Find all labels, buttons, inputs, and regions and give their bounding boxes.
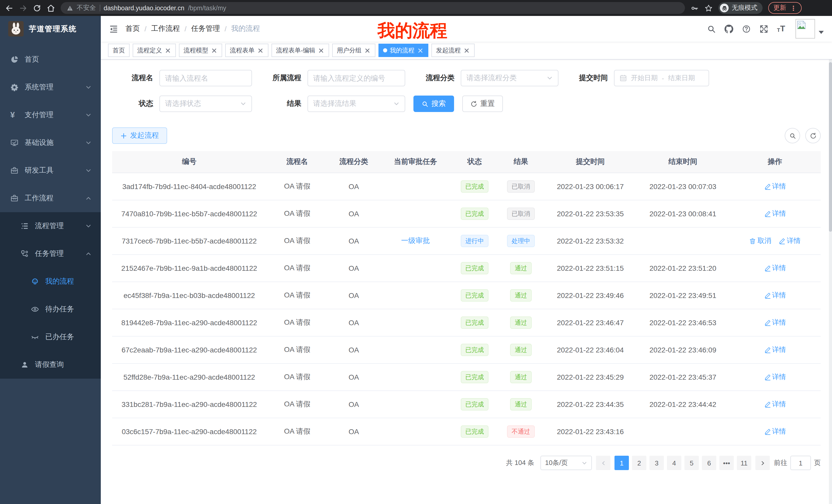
browser-menu-icon[interactable] [790,5,797,11]
table-row: 331bc281-7b9a-11ec-a290-acde48001122OA 请… [112,391,821,418]
sidebar-item-process-mgr[interactable]: 流程管理 [0,212,101,240]
reset-button[interactable]: 重置 [462,95,503,112]
current-task-link[interactable]: 一级审批 [401,236,430,245]
active-dot [383,48,387,52]
sidebar-item-infra[interactable]: 基础设施 [0,129,101,157]
process-name-input[interactable] [159,70,252,86]
filter-name-label: 流程名 [112,74,159,83]
avatar[interactable] [796,19,815,38]
tab-流程表单[interactable]: 流程表单 [225,44,268,57]
cell-current-task [380,391,451,418]
page-button-3[interactable]: 3 [649,456,664,470]
sidebar-item-home[interactable]: 首页 [0,46,101,74]
chevron-down-icon[interactable] [818,31,824,34]
status-select[interactable]: 请选择状态 [159,95,252,112]
detail-action[interactable]: 详情 [764,263,786,273]
page-button-6[interactable]: 6 [702,456,716,470]
detail-action[interactable]: 详情 [764,182,786,191]
cell-status: 已完成 [451,309,498,336]
tab-发起流程[interactable]: 发起流程 [432,44,475,57]
password-key-icon[interactable] [691,4,699,12]
sidebar-item-leave-query[interactable]: 请假查询 [0,351,101,379]
result-badge: 通过 [510,371,532,383]
header-search-icon[interactable] [707,24,716,33]
scrollbar-thumb[interactable] [829,62,832,232]
detail-action[interactable]: 详情 [764,400,786,409]
browser-update-button[interactable]: 更新 [768,2,802,14]
tab-流程表单-编辑[interactable]: 流程表单-编辑 [271,44,329,57]
detail-action[interactable]: 详情 [779,236,801,246]
tab-close-icon[interactable] [463,47,470,54]
page-button-2[interactable]: 2 [632,456,646,470]
tab-close-icon[interactable] [211,47,217,54]
page-button-5[interactable]: 5 [684,456,699,470]
page-size-select[interactable]: 10条/页 [541,456,592,470]
page-ellipsis[interactable]: ••• [719,456,734,470]
prev-page-button[interactable] [596,456,610,470]
cell-current-task [380,363,451,391]
page-button-4[interactable]: 4 [667,456,681,470]
tab-我的流程[interactable]: 我的流程 [379,44,428,57]
breadcrumb-item[interactable]: 任务管理 [191,24,220,33]
result-select[interactable]: 请选择流结果 [308,95,405,112]
app-logo[interactable]: 芋道管理系统 [0,16,101,41]
start-process-label: 发起流程 [130,131,159,140]
browser-back-icon[interactable] [5,4,14,12]
breadcrumb-item[interactable]: 首页 [126,24,140,33]
font-size-icon[interactable]: TT [777,24,786,33]
user-menu[interactable] [796,19,824,38]
sidebar-item-done-task[interactable]: 已办任务 [0,323,101,351]
sidebar-item-system[interactable]: 系统管理 [0,74,101,101]
detail-action[interactable]: 详情 [764,291,786,300]
category-select[interactable]: 请选择流程分类 [461,70,558,86]
detail-action[interactable]: 详情 [764,318,786,327]
cancel-action[interactable]: 取消 [749,236,771,246]
tab-close-icon[interactable] [364,47,371,54]
date-range-picker[interactable]: 开始日期 - 结束日期 [614,70,709,86]
github-icon[interactable] [725,24,733,33]
bookmark-star-icon[interactable] [704,4,713,12]
jump-page-input[interactable] [790,456,811,470]
sidebar-item-todo-task[interactable]: 待办任务 [0,296,101,323]
cell-category: OA [328,309,380,336]
filter-result-label: 结果 [260,99,308,108]
breadcrumb-item[interactable]: 工作流程 [151,24,180,33]
sidebar-item-task-mgr[interactable]: 任务管理 [0,240,101,268]
sidebar-item-my-process[interactable]: 我的流程 [0,268,101,296]
page-button-11[interactable]: 11 [737,456,751,470]
detail-action[interactable]: 详情 [764,345,786,355]
help-icon[interactable] [742,24,751,33]
page-button-1[interactable]: 1 [615,456,629,470]
sidebar-item-workflow[interactable]: 工作流程 [0,185,101,212]
tab-close-icon[interactable] [164,47,171,54]
detail-action[interactable]: 详情 [764,427,786,436]
browser-reload-icon[interactable] [33,4,41,12]
sidebar-item-payment[interactable]: ¥支付管理 [0,101,101,129]
fullscreen-icon[interactable] [759,24,768,33]
process-definition-input[interactable] [308,70,405,86]
browser-forward-icon[interactable] [19,4,27,12]
cell-submit-time: 2022-01-22 23:46:04 [544,336,636,363]
incognito-icon [720,4,729,12]
tab-close-icon[interactable] [318,47,324,54]
tab-close-icon[interactable] [417,47,424,54]
next-page-button[interactable] [755,456,770,470]
detail-action[interactable]: 详情 [764,209,786,218]
tab-流程模型[interactable]: 流程模型 [179,44,222,57]
cell-status: 已完成 [451,282,498,309]
chevron-left-icon [600,460,606,466]
show-search-button[interactable] [785,128,800,143]
address-bar[interactable]: 不安全 dashboard.yudao.iocoder.cn/bpm/task/… [61,2,685,14]
tab-close-icon[interactable] [257,47,264,54]
start-process-button[interactable]: 发起流程 [112,128,167,144]
detail-action[interactable]: 详情 [764,372,786,382]
browser-home-icon[interactable] [47,4,55,12]
tab-首页[interactable]: 首页 [108,44,130,57]
search-button[interactable]: 搜索 [413,95,454,112]
tab-用户分组[interactable]: 用户分组 [332,44,375,57]
sidebar-collapse-icon[interactable] [109,24,118,33]
sidebar-item-devtools[interactable]: 研发工具 [0,157,101,185]
scrollbar[interactable] [829,16,832,504]
refresh-table-button[interactable] [805,128,821,143]
tab-流程定义[interactable]: 流程定义 [133,44,176,57]
